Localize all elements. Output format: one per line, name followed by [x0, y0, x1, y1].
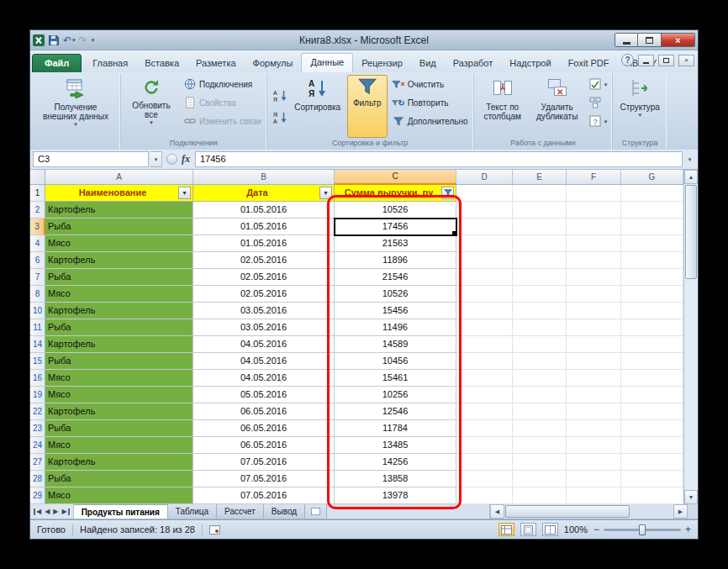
cell-empty[interactable]	[513, 269, 567, 286]
cell-sum[interactable]: 14589	[335, 336, 456, 353]
cell-name[interactable]: Картофель	[45, 303, 193, 319]
horizontal-scrollbar-thumb[interactable]	[505, 505, 630, 518]
cell-sum[interactable]: 17456	[335, 219, 456, 235]
cell-date[interactable]: 05.05.2016	[193, 387, 335, 403]
reapply-filter-button[interactable]: ↻ Повторить	[389, 93, 471, 112]
refresh-all-button[interactable]: Обновить все ▾	[124, 75, 179, 138]
cell-empty[interactable]	[621, 387, 683, 403]
cell-name[interactable]: Рыба	[45, 219, 193, 235]
workbook-restore-button[interactable]	[658, 55, 674, 66]
cell-empty[interactable]	[621, 252, 683, 269]
row-number[interactable]: 28	[30, 471, 45, 487]
cell-empty[interactable]	[567, 235, 621, 252]
cell-name[interactable]: Мясо	[45, 286, 193, 303]
cell-date[interactable]: 02.05.2016	[193, 252, 335, 269]
cell-empty[interactable]	[456, 454, 513, 471]
connections-button[interactable]: Подключения	[181, 75, 264, 93]
consolidate-button[interactable]	[586, 93, 610, 112]
window-resize-grip[interactable]	[688, 504, 698, 519]
cell-sum[interactable]: 11896	[335, 252, 456, 269]
cell-sum[interactable]: 13978	[335, 487, 456, 504]
cell-name[interactable]: Мясо	[45, 370, 193, 387]
scroll-down-button[interactable]: ▼	[684, 490, 698, 504]
row-number[interactable]: 8	[30, 286, 45, 303]
ribbon-tab[interactable]: Вставка	[136, 55, 187, 72]
insert-function-button[interactable]	[166, 154, 177, 165]
cell-empty[interactable]	[513, 202, 567, 219]
first-sheet-button[interactable]: ◀	[34, 508, 41, 515]
cell-empty[interactable]	[456, 336, 513, 353]
outline-button[interactable]: Структура ▾	[615, 75, 664, 138]
cell-name[interactable]: Картофель	[45, 403, 193, 420]
cell-empty[interactable]	[456, 353, 513, 370]
cell-empty[interactable]	[513, 235, 567, 252]
cell-empty[interactable]	[513, 303, 567, 319]
column-header[interactable]: F	[567, 170, 621, 185]
cell-sum[interactable]: 10456	[335, 353, 456, 370]
cell-date[interactable]: 01.05.2016	[193, 235, 335, 252]
cell-name[interactable]: Картофель	[45, 336, 193, 353]
cell-empty[interactable]	[456, 286, 513, 303]
cell-empty[interactable]	[513, 219, 567, 235]
column-header[interactable]: C	[335, 170, 456, 185]
formula-bar-expand-button[interactable]: ▾	[684, 156, 695, 163]
zoom-slider-track[interactable]	[604, 529, 681, 531]
last-sheet-button[interactable]: ▶	[61, 508, 69, 515]
cell-date[interactable]: 06.05.2016	[193, 403, 335, 420]
scroll-up-button[interactable]: ▲	[684, 170, 698, 184]
zoom-level[interactable]: 100%	[564, 524, 588, 535]
cell-name[interactable]: Рыба	[45, 471, 193, 487]
clear-filter-button[interactable]: × Очистить	[389, 75, 471, 93]
sort-ascending-button[interactable]: АЯ	[270, 87, 288, 105]
cell-empty[interactable]	[567, 303, 621, 319]
cell-empty[interactable]	[621, 437, 683, 454]
cell-empty[interactable]	[567, 319, 621, 336]
insert-worksheet-button[interactable]	[305, 504, 327, 519]
cell-empty[interactable]	[567, 202, 621, 219]
cell-empty[interactable]	[567, 336, 621, 353]
cell-sum[interactable]: 10526	[335, 202, 456, 219]
row-number[interactable]: 11	[30, 319, 45, 336]
cell-empty[interactable]	[567, 403, 621, 420]
cell-sum[interactable]: 12546	[335, 403, 456, 420]
row-number[interactable]: 1	[30, 185, 45, 202]
cell-empty[interactable]	[513, 437, 567, 454]
cell-empty[interactable]	[456, 303, 513, 319]
cell-empty[interactable]	[567, 353, 621, 370]
cell-date[interactable]: 07.05.2016	[193, 487, 335, 504]
row-number[interactable]: 16	[30, 370, 45, 387]
cell-empty[interactable]	[567, 219, 621, 235]
cell-empty[interactable]	[621, 403, 683, 420]
cell-empty[interactable]	[621, 219, 683, 235]
cell-date[interactable]: 01.05.2016	[193, 202, 335, 219]
undo-button[interactable]: ↶▾	[63, 34, 76, 46]
close-button[interactable]: ×	[662, 33, 695, 47]
sort-button[interactable]: АЯ Сортировка	[290, 75, 346, 138]
cell-empty[interactable]	[513, 252, 567, 269]
row-number[interactable]: 22	[30, 403, 45, 420]
advanced-filter-button[interactable]: Дополнительно	[389, 112, 471, 130]
cell-name[interactable]: Мясо	[45, 437, 193, 454]
page-layout-view-button[interactable]	[520, 523, 536, 536]
cell-empty[interactable]	[456, 387, 513, 403]
filter-dropdown-button[interactable]: ▼	[178, 187, 191, 199]
edit-links-button[interactable]: Изменить связи	[181, 112, 264, 130]
row-number[interactable]: 24	[30, 437, 45, 454]
cell-sum[interactable]: 11784	[335, 420, 456, 437]
row-number[interactable]: 23	[30, 420, 45, 437]
cell-empty[interactable]	[456, 202, 513, 219]
cell-date[interactable]: 02.05.2016	[193, 286, 335, 303]
cell-date[interactable]: 04.05.2016	[193, 336, 335, 353]
cell-empty[interactable]	[456, 487, 513, 504]
cell-sum[interactable]: 10256	[335, 387, 456, 403]
cell-name[interactable]: Картофель	[45, 202, 193, 219]
ribbon-tab[interactable]: Формулы	[245, 55, 302, 72]
cell-sum[interactable]: 14256	[335, 454, 456, 471]
text-to-columns-button[interactable]: Текст по столбцам	[477, 75, 529, 138]
horizontal-scrollbar[interactable]: ◀ ▶	[489, 504, 688, 519]
cell-sum[interactable]: 15461	[335, 370, 456, 387]
cell-empty[interactable]	[513, 185, 567, 202]
cell-empty[interactable]	[621, 487, 683, 504]
cell-date[interactable]: 01.05.2016	[193, 219, 335, 235]
row-number[interactable]: 15	[30, 353, 45, 370]
